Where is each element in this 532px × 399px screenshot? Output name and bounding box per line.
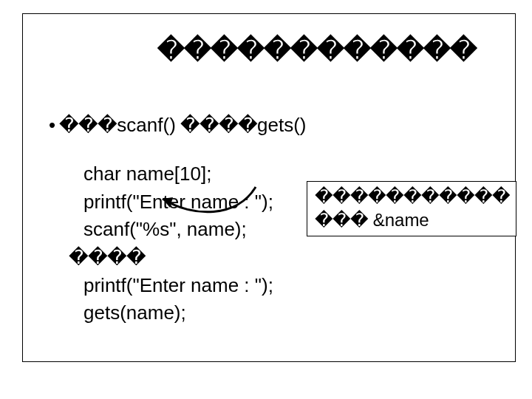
bullet-gets: gets() <box>257 114 306 136</box>
slide-frame: ������������ • ���scanf() ����gets() cha… <box>22 13 516 362</box>
code-block: char name[10]; printf("Enter name : "); … <box>69 160 273 327</box>
bullet-scanf: scanf() <box>117 114 175 136</box>
bullet-line: • ���scanf() ����gets() <box>49 114 307 137</box>
slide-title: ������������ <box>23 35 515 66</box>
code-line-5: printf("Enter name : "); <box>69 272 273 300</box>
note-box: ����������� ��� &name <box>307 181 516 236</box>
note-line-2-boxes: ��� <box>315 210 368 230</box>
note-line-1: ����������� <box>315 185 510 208</box>
bullet-prefix: • ��� <box>49 114 117 136</box>
code-line-4: ���� <box>69 244 273 272</box>
code-line-2: printf("Enter name : "); <box>69 188 273 216</box>
code-line-1: char name[10]; <box>69 160 273 188</box>
code-line-6: gets(name); <box>69 299 273 327</box>
code-line-3: scanf("%s", name); <box>69 216 273 244</box>
note-line-2-text: &name <box>373 210 429 230</box>
bullet-gap: ���� <box>176 114 257 136</box>
note-line-2: ��� &name <box>315 208 510 232</box>
